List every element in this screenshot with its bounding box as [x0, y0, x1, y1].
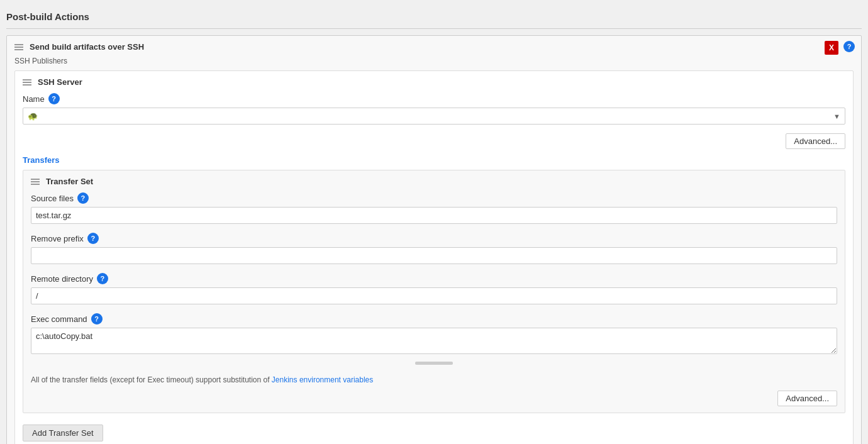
- ssh-drag-handle: [23, 79, 31, 86]
- name-select-wrapper: 🐢 ▼: [23, 108, 845, 125]
- close-button[interactable]: X: [825, 41, 838, 55]
- publishers-label: SSH Publishers: [14, 57, 854, 65]
- card-title-label: Send build artifacts over SSH: [30, 42, 144, 52]
- exec-command-label: Exec command ?: [31, 313, 837, 325]
- main-container: Post-build Actions X ? Send build artifa…: [0, 0, 868, 444]
- ssh-server-label: SSH Server: [38, 77, 82, 87]
- remove-prefix-label: Remove prefix ?: [31, 233, 837, 244]
- remove-prefix-help-icon[interactable]: ?: [87, 233, 99, 244]
- advanced-button-top[interactable]: Advanced...: [786, 133, 845, 149]
- transfer-set-card: Transfer Set Source files ? Remove prefi…: [23, 170, 845, 413]
- advanced-top-row: Advanced...: [23, 133, 845, 149]
- source-files-input[interactable]: [31, 207, 837, 224]
- transfer-set-title: Transfer Set: [31, 177, 837, 186]
- name-select[interactable]: 🐢: [23, 108, 845, 125]
- remote-directory-group: Remote directory ?: [31, 273, 837, 304]
- exec-command-input[interactable]: c:\autoCopy.bat: [31, 328, 837, 354]
- help-icon-top[interactable]: ?: [843, 41, 855, 52]
- source-files-help-icon[interactable]: ?: [77, 192, 89, 204]
- post-build-card: X ? Send build artifacts over SSH SSH Pu…: [6, 35, 862, 444]
- name-field-label: Name ?: [23, 93, 845, 104]
- transfer-set-label: Transfer Set: [46, 177, 93, 186]
- transfer-drag-handle: [31, 179, 40, 185]
- info-text: All of the transfer fields (except for E…: [31, 375, 837, 384]
- card-title: Send build artifacts over SSH: [14, 42, 854, 52]
- advanced-button-bottom[interactable]: Advanced...: [777, 391, 837, 406]
- ssh-server-title: SSH Server: [23, 77, 845, 87]
- advanced-bottom-row: Advanced...: [31, 391, 837, 406]
- scrollbar-hint: [31, 357, 837, 367]
- jenkins-env-vars-link[interactable]: Jenkins environment variables: [272, 375, 373, 384]
- ssh-server-card: SSH Server Name ? 🐢 ▼ Advanced...: [14, 70, 854, 444]
- name-field-group: Name ? 🐢 ▼: [23, 93, 845, 125]
- name-help-icon[interactable]: ?: [48, 93, 60, 104]
- remote-directory-input[interactable]: [31, 287, 837, 304]
- remove-prefix-group: Remove prefix ?: [31, 233, 837, 264]
- remote-directory-help-icon[interactable]: ?: [97, 273, 108, 284]
- exec-command-group: Exec command ? c:\autoCopy.bat: [31, 313, 837, 367]
- source-files-label: Source files ?: [31, 192, 837, 204]
- transfers-title: Transfers: [23, 155, 845, 165]
- remove-prefix-input[interactable]: [31, 247, 837, 264]
- source-files-group: Source files ?: [31, 192, 837, 224]
- drag-handle: [14, 44, 23, 50]
- page-title: Post-build Actions: [6, 6, 862, 29]
- add-transfer-set-button[interactable]: Add Transfer Set: [23, 425, 103, 441]
- add-transfer-row: Add Transfer Set: [23, 419, 845, 441]
- remote-directory-label: Remote directory ?: [31, 273, 837, 284]
- exec-command-help-icon[interactable]: ?: [91, 313, 103, 325]
